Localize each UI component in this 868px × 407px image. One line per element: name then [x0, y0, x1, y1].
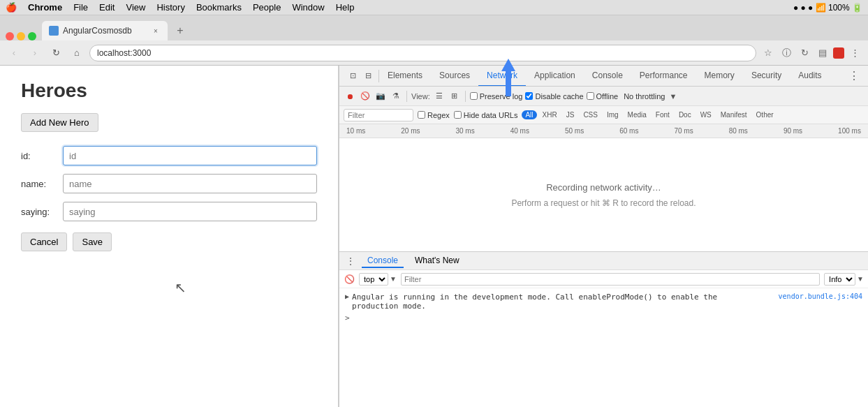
tab-memory[interactable]: Memory — [696, 66, 743, 87]
console-expand-icon[interactable]: ▶ — [345, 293, 349, 300]
devtools-more-btn[interactable]: ⋮ — [843, 69, 865, 82]
back-button[interactable]: ‹ — [6, 45, 22, 61]
tab-sources[interactable]: Sources — [431, 66, 478, 87]
browser-tab-cosmosdb[interactable]: AngularCosmosdb × — [42, 21, 168, 40]
network-filter-input[interactable] — [344, 109, 413, 121]
menu-edit[interactable]: Edit — [99, 2, 115, 13]
apple-menu[interactable]: 🍎 — [6, 2, 17, 13]
regex-checkbox-wrap[interactable]: Regex — [418, 111, 450, 119]
menu-window[interactable]: Window — [292, 2, 324, 13]
window-minimize-btn[interactable] — [17, 32, 25, 40]
new-tab-button[interactable]: + — [170, 21, 190, 40]
menu-file[interactable]: File — [73, 2, 88, 13]
app-area: Heroes Add New Hero id: name: saying: Ca… — [0, 66, 339, 407]
throttle-arrow-icon[interactable]: ▼ — [669, 92, 677, 101]
menu-history[interactable]: History — [156, 2, 184, 13]
mark-40ms: 40 ms — [510, 127, 529, 135]
devtools-undock-icon[interactable]: ⊟ — [362, 70, 374, 82]
clear-icon[interactable]: 🚫 — [359, 90, 372, 103]
console-info-select[interactable]: Info — [824, 273, 855, 286]
filter-type-manifest[interactable]: Manifest — [717, 110, 751, 119]
filter-icon[interactable]: ⚗ — [390, 90, 402, 103]
menu-help[interactable]: Help — [336, 2, 355, 13]
console-log-source[interactable]: vendor.bundle.js:404 — [779, 293, 862, 300]
filter-type-css[interactable]: CSS — [580, 110, 601, 119]
view-list-icon[interactable]: ☰ — [433, 90, 446, 103]
filter-type-all[interactable]: All — [522, 110, 536, 119]
regex-checkbox[interactable] — [418, 111, 425, 119]
mark-100ms: 100 ms — [838, 127, 861, 135]
add-new-hero-button[interactable]: Add New Hero — [21, 113, 98, 132]
devtools-dock-icon[interactable]: ⊡ — [346, 70, 359, 82]
id-label: id: — [21, 151, 63, 161]
menu-right-icons: ● ● ● 📶 100% 🔋 — [793, 3, 862, 13]
tab-close-btn[interactable]: × — [151, 26, 161, 36]
tab-elements[interactable]: Elements — [379, 66, 431, 87]
arrow-head-icon — [501, 59, 515, 71]
name-input[interactable] — [63, 174, 317, 193]
save-button[interactable]: Save — [73, 232, 112, 251]
filter-type-media[interactable]: Media — [624, 110, 650, 119]
view-grid-icon[interactable]: ⊞ — [448, 90, 461, 103]
cast-icon[interactable]: ▤ — [815, 45, 830, 61]
filter-type-js[interactable]: JS — [563, 110, 578, 119]
id-input[interactable] — [63, 146, 317, 165]
hide-data-urls-checkbox-wrap[interactable]: Hide data URLs — [454, 111, 518, 119]
menu-bookmarks[interactable]: Bookmarks — [196, 2, 242, 13]
camera-icon[interactable]: 📷 — [374, 90, 387, 103]
network-recording-text: Recording network activity… — [546, 182, 661, 193]
network-toolbar: ⏺ 🚫 📷 ⚗ View: ☰ ⊞ Preserve log Disable c… — [339, 87, 868, 106]
name-form-row: name: — [21, 174, 317, 193]
tab-console[interactable]: Console — [584, 66, 631, 87]
console-top-select[interactable]: top — [359, 273, 388, 286]
tab-security[interactable]: Security — [743, 66, 790, 87]
devtools-tab-icons: ⊡ ⊟ — [342, 70, 379, 82]
console-menu-icon[interactable]: ⋮ — [345, 256, 356, 267]
extension-icon[interactable] — [833, 47, 844, 59]
console-log-area: ▶ Angular is running in the development … — [339, 288, 868, 407]
console-tab-whats-new[interactable]: What's New — [409, 254, 465, 268]
tab-application[interactable]: Application — [526, 66, 584, 87]
bookmark-icon[interactable]: ☆ — [760, 45, 776, 61]
menu-view[interactable]: View — [126, 2, 145, 13]
filter-type-other[interactable]: Other — [753, 110, 777, 119]
home-button[interactable]: ⌂ — [68, 45, 85, 61]
console-filter-input[interactable] — [401, 273, 820, 286]
throttle-select[interactable]: No throttling — [624, 92, 665, 101]
filter-type-font[interactable]: Font — [652, 110, 673, 119]
console-input-menu[interactable]: 🚫 — [344, 274, 355, 285]
mark-80ms: 80 ms — [729, 127, 748, 135]
window-close-btn[interactable] — [6, 32, 14, 40]
app-title: Heroes — [21, 80, 317, 102]
disable-cache-checkbox[interactable] — [525, 92, 533, 100]
offline-checkbox-wrap[interactable]: Offline — [587, 92, 619, 101]
saying-input[interactable] — [63, 202, 317, 221]
menu-chrome[interactable]: Chrome — [28, 2, 62, 13]
filter-type-doc[interactable]: Doc — [675, 110, 695, 119]
menu-people[interactable]: People — [253, 2, 281, 13]
preserve-log-checkbox[interactable] — [470, 92, 478, 100]
info-icon[interactable]: ⓘ — [779, 45, 794, 61]
filter-type-xhr[interactable]: XHR — [539, 110, 561, 119]
disable-cache-checkbox-wrap[interactable]: Disable cache — [525, 92, 583, 101]
cancel-button[interactable]: Cancel — [21, 232, 67, 251]
saying-label: saying: — [21, 207, 63, 217]
tab-performance[interactable]: Performance — [631, 66, 696, 87]
console-tab-console[interactable]: Console — [362, 254, 404, 268]
window-maximize-btn[interactable] — [28, 32, 36, 40]
tab-audits[interactable]: Audits — [790, 66, 830, 87]
id-form-row: id: — [21, 146, 317, 165]
arrow-shaft — [506, 71, 511, 96]
hide-data-urls-checkbox[interactable] — [454, 111, 462, 119]
mark-10ms: 10 ms — [346, 127, 365, 135]
timeline-markers: 10 ms 20 ms 30 ms 40 ms 50 ms 60 ms 70 m… — [339, 127, 868, 135]
refresh-icon[interactable]: ↻ — [797, 45, 812, 61]
offline-checkbox[interactable] — [587, 92, 594, 100]
filter-type-img[interactable]: Img — [603, 110, 622, 119]
forward-button[interactable]: › — [27, 45, 43, 61]
main-content: Heroes Add New Hero id: name: saying: Ca… — [0, 66, 868, 407]
reload-button[interactable]: ↻ — [47, 45, 64, 61]
record-stop-icon[interactable]: ⏺ — [344, 90, 356, 103]
menu-icon[interactable]: ⋮ — [847, 45, 862, 61]
filter-type-ws[interactable]: WS — [697, 110, 715, 119]
